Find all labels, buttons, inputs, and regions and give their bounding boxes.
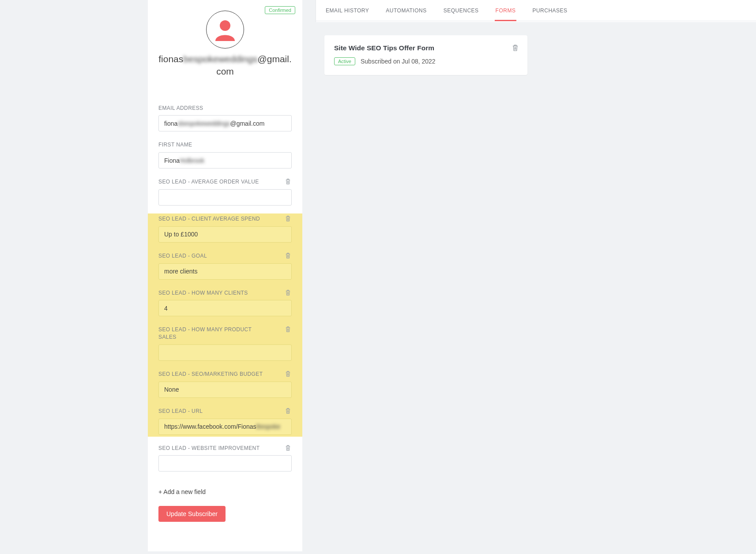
trash-icon (285, 215, 291, 222)
update-subscriber-button[interactable]: Update Subscriber (158, 506, 226, 522)
aov-input[interactable] (158, 189, 292, 206)
email-input[interactable]: fionasbespokeweddings@gmail.com (158, 115, 292, 131)
field-label: EMAIL ADDRESS (158, 105, 203, 112)
field-label: SEO LEAD - CLIENT AVERAGE SPEND (158, 215, 260, 223)
goal-input[interactable] (158, 263, 292, 280)
add-field-link[interactable]: + Add a new field (158, 488, 206, 495)
form-card: Site Wide SEO Tips Offer Form Active Sub… (324, 35, 527, 75)
budget-input[interactable] (158, 382, 292, 398)
right-panel: EMAIL HISTORY AUTOMATIONS SEQUENCES FORM… (316, 0, 756, 551)
highlighted-fields: SEO LEAD - CLIENT AVERAGE SPEND SEO LEAD… (148, 213, 302, 437)
field-product-sales: SEO LEAD - HOW MANY PRODUCT SALES (158, 324, 292, 363)
subscriber-email-title: fionasbespokeweddings@gmail.com (158, 53, 293, 78)
trash-icon (285, 371, 291, 377)
field-url: SEO LEAD - URL https://www.facebook.com/… (158, 406, 292, 437)
field-website-improvement: SEO LEAD - WEBSITE IMPROVEMENT (158, 443, 292, 474)
delete-field-button[interactable] (284, 326, 292, 333)
subscriber-card: Confirmed fionasbespokeweddings@gmail.co… (148, 0, 302, 551)
trash-icon (285, 445, 291, 451)
active-badge: Active (334, 57, 355, 65)
website-improvement-input[interactable] (158, 455, 292, 472)
field-aov: SEO LEAD - AVERAGE ORDER VALUE (158, 176, 292, 207)
field-goal: SEO LEAD - GOAL (158, 251, 292, 281)
tabs: EMAIL HISTORY AUTOMATIONS SEQUENCES FORM… (316, 0, 756, 21)
trash-icon (285, 326, 291, 333)
fields-section: EMAIL ADDRESS fionasbespokeweddings@gmai… (148, 103, 302, 522)
email-title-prefix: fionas (158, 54, 183, 64)
trash-icon (285, 178, 291, 185)
field-label: SEO LEAD - HOW MANY PRODUCT SALES (158, 326, 260, 341)
url-input[interactable]: https://www.facebook.com/FionasBespoke (158, 419, 292, 435)
page-layout: Confirmed fionasbespokeweddings@gmail.co… (0, 0, 756, 551)
field-label: SEO LEAD - WEBSITE IMPROVEMENT (158, 445, 260, 452)
field-label: SEO LEAD - GOAL (158, 252, 207, 260)
field-label: FIRST NAME (158, 141, 192, 149)
tab-automations[interactable]: AUTOMATIONS (385, 0, 427, 21)
delete-field-button[interactable] (284, 289, 292, 296)
delete-field-button[interactable] (284, 445, 292, 451)
tab-forms[interactable]: FORMS (495, 0, 517, 21)
email-title-blur: bespokeweddings (183, 54, 257, 64)
clients-input[interactable] (158, 300, 292, 316)
subscribed-text: Subscribed on Jul 08, 2022 (361, 58, 436, 65)
field-email: EMAIL ADDRESS fionasbespokeweddings@gmai… (158, 103, 292, 134)
delete-field-button[interactable] (284, 252, 292, 259)
first-name-input[interactable]: Fiona Holbrook (158, 152, 292, 168)
trash-icon (285, 252, 291, 259)
field-client-avg-spend: SEO LEAD - CLIENT AVERAGE SPEND (158, 213, 292, 244)
client-avg-spend-input[interactable] (158, 226, 292, 243)
field-budget: SEO LEAD - SEO/MARKETING BUDGET (158, 369, 292, 400)
trash-icon (285, 289, 291, 296)
delete-field-button[interactable] (284, 408, 292, 414)
tab-body-forms: Site Wide SEO Tips Offer Form Active Sub… (316, 22, 756, 551)
delete-form-button[interactable] (512, 44, 519, 53)
delete-field-button[interactable] (284, 215, 292, 222)
field-first-name: FIRST NAME Fiona Holbrook (158, 139, 292, 170)
svg-point-0 (220, 20, 230, 31)
trash-icon (285, 408, 291, 414)
trash-icon (512, 44, 519, 52)
delete-field-button[interactable] (284, 371, 292, 377)
tab-purchases[interactable]: PURCHASES (531, 0, 568, 21)
field-label: SEO LEAD - SEO/MARKETING BUDGET (158, 371, 263, 378)
person-icon (213, 17, 237, 42)
delete-field-button[interactable] (284, 178, 292, 185)
form-card-title: Site Wide SEO Tips Offer Form (334, 44, 518, 52)
tab-email-history[interactable]: EMAIL HISTORY (325, 0, 370, 21)
field-how-many-clients: SEO LEAD - HOW MANY CLIENTS (158, 288, 292, 318)
field-label: SEO LEAD - AVERAGE ORDER VALUE (158, 178, 259, 186)
avatar (206, 11, 244, 49)
field-label: SEO LEAD - HOW MANY CLIENTS (158, 289, 248, 297)
product-sales-input[interactable] (158, 344, 292, 361)
tab-sequences[interactable]: SEQUENCES (443, 0, 480, 21)
avatar-wrap (148, 11, 302, 49)
confirmed-badge: Confirmed (265, 6, 295, 14)
field-label: SEO LEAD - URL (158, 408, 203, 415)
